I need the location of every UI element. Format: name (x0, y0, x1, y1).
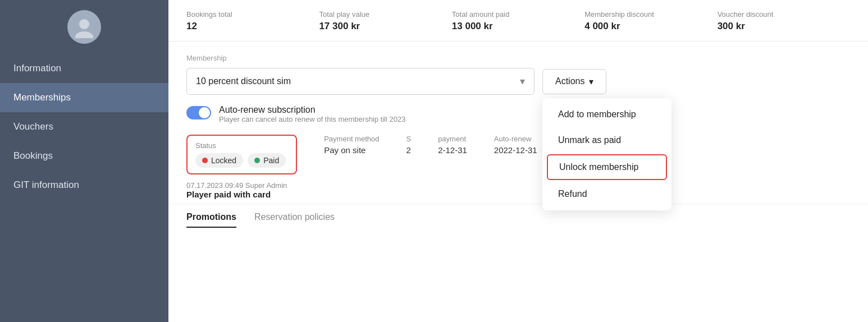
status-box: Status Locked Paid (186, 135, 297, 174)
stat-total-amount-value: 13 000 kr (452, 21, 584, 32)
stat-total-play: Total play value 17 300 kr (319, 10, 451, 32)
status-badges: Locked Paid (195, 153, 286, 168)
tab-reservation-policies[interactable]: Reservation policies (254, 212, 335, 228)
log-action: Player paid with card (186, 190, 850, 199)
tabs-row: Promotions Reservation policies (168, 204, 868, 228)
stats-bar: Bookings total 12 Total play value 17 30… (168, 0, 868, 42)
stat-membership-discount-value: 4 000 kr (584, 21, 717, 32)
autorenew-subtitle: Player can cancel auto renew of this mem… (219, 115, 405, 123)
end-payment-label: payment (438, 135, 467, 143)
autorenew-title: Auto-renew subscription (219, 105, 405, 115)
stat-voucher-discount-value: 300 kr (718, 21, 850, 32)
stat-total-amount: Total amount paid 13 000 kr (452, 10, 584, 32)
stat-total-amount-label: Total amount paid (452, 10, 584, 19)
action-add-to-membership[interactable]: Add to membership (542, 102, 671, 127)
locked-dot-icon (202, 158, 208, 163)
autorenew-col-label: Auto-renew (494, 135, 537, 143)
sidebar-item-memberships[interactable]: Memberships (0, 83, 168, 112)
actions-label: Actions (555, 76, 584, 86)
sidebar-item-bookings[interactable]: Bookings (0, 141, 168, 171)
stat-bookings-total-label: Bookings total (186, 10, 319, 19)
actions-dropdown-menu: Add to membership Unmark as paid Unlock … (542, 98, 671, 210)
autorenew-date-col: Auto-renew 2022-12-31 (494, 135, 537, 155)
sidebar-item-git-information[interactable]: GIT information (0, 171, 168, 200)
paid-label: Paid (263, 156, 279, 165)
stat-total-play-label: Total play value (319, 10, 451, 19)
avatar-container (0, 0, 168, 49)
action-unlock-membership[interactable]: Unlock membership (547, 154, 667, 180)
start-label: S (406, 135, 411, 143)
sidebar-nav: Information Memberships Vouchers Booking… (0, 54, 168, 200)
start-value: 2 (406, 145, 411, 155)
locked-label: Locked (211, 156, 236, 165)
badge-locked: Locked (195, 153, 243, 168)
membership-selected-value: 10 percent discount sim (196, 76, 291, 86)
main-content: Bookings total 12 Total play value 17 30… (168, 0, 868, 322)
stat-total-play-value: 17 300 kr (319, 21, 451, 32)
log-meta: 07.17.2023 09:49 Super Admin (186, 181, 850, 190)
stat-membership-discount-label: Membership discount (584, 10, 717, 19)
autorenew-row: Auto-renew subscription Player can cance… (186, 105, 850, 123)
stat-bookings-total-value: 12 (186, 21, 319, 32)
payment-method-value: Pay on site (324, 145, 379, 155)
autorenew-col-value: 2022-12-31 (494, 145, 537, 155)
stat-voucher-discount: Voucher discount 300 kr (718, 10, 850, 32)
membership-row: 10 percent discount sim ▾ Actions ▾ Add … (186, 68, 850, 95)
sidebar: Information Memberships Vouchers Booking… (0, 0, 168, 322)
svg-point-0 (79, 19, 89, 29)
log-row: 07.17.2023 09:49 Super Admin Player paid… (186, 181, 850, 199)
membership-section-label: Membership (186, 54, 850, 62)
stat-bookings-total: Bookings total 12 (186, 10, 319, 32)
payment-method-col: Payment method Pay on site (324, 135, 379, 155)
actions-arrow-icon: ▾ (589, 76, 593, 87)
membership-section: Membership 10 percent discount sim ▾ Act… (168, 42, 868, 199)
actions-wrapper: Actions ▾ Add to membership Unmark as pa… (542, 69, 606, 94)
stat-voucher-discount-label: Voucher discount (718, 10, 850, 19)
autorenew-toggle[interactable] (186, 106, 211, 119)
status-label: Status (195, 141, 286, 150)
sidebar-item-information[interactable]: Information (0, 54, 168, 83)
tab-promotions[interactable]: Promotions (186, 212, 236, 228)
actions-button[interactable]: Actions ▾ (542, 69, 606, 94)
start-col: S 2 (406, 135, 411, 155)
paid-dot-icon (254, 158, 260, 163)
sidebar-item-vouchers[interactable]: Vouchers (0, 112, 168, 141)
stat-membership-discount: Membership discount 4 000 kr (584, 10, 717, 32)
svg-point-1 (75, 31, 93, 38)
status-section: Status Locked Paid Payment method Pay on… (186, 135, 850, 174)
action-refund[interactable]: Refund (542, 181, 671, 207)
action-unmark-as-paid[interactable]: Unmark as paid (542, 127, 671, 153)
payment-method-label: Payment method (324, 135, 379, 143)
end-payment-col: payment 2-12-31 (438, 135, 467, 155)
avatar (67, 10, 101, 44)
autorenew-text: Auto-renew subscription Player can cance… (219, 105, 405, 123)
badge-paid: Paid (248, 153, 286, 168)
membership-dropdown[interactable]: 10 percent discount sim ▾ (186, 68, 534, 95)
membership-dropdown-arrow: ▾ (520, 75, 525, 88)
end-payment-value: 2-12-31 (438, 145, 467, 155)
